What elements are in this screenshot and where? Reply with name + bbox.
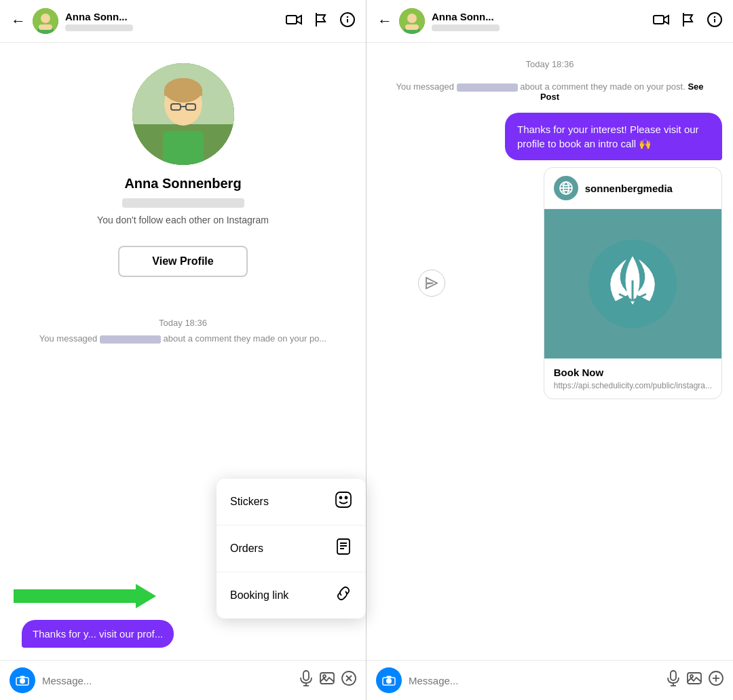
left-header-avatar[interactable] xyxy=(33,8,58,34)
right-mic-icon[interactable] xyxy=(666,670,680,690)
arrow-shaft xyxy=(14,589,136,603)
svg-rect-40 xyxy=(654,16,664,24)
right-back-button[interactable]: ← xyxy=(377,12,392,30)
profile-follow-text: You don't follow each other on Instagram xyxy=(97,215,269,225)
svg-rect-22 xyxy=(337,539,350,554)
right-time-separator: Today 18:36 xyxy=(377,59,722,69)
svg-point-21 xyxy=(345,497,347,499)
right-msg-notification: You messaged about a comment they made o… xyxy=(377,81,722,102)
svg-rect-58 xyxy=(688,673,701,684)
popup-menu: Stickers Orders xyxy=(217,479,366,619)
svg-rect-19 xyxy=(336,492,351,507)
svg-point-8 xyxy=(347,16,348,17)
booking-link-icon xyxy=(335,585,352,606)
avatar-image xyxy=(33,8,58,34)
left-camera-button[interactable] xyxy=(10,667,35,693)
svg-rect-55 xyxy=(671,671,676,680)
left-message-input[interactable] xyxy=(42,675,293,686)
left-back-button[interactable]: ← xyxy=(11,12,26,30)
left-bottom-bar xyxy=(0,660,366,700)
svg-point-26 xyxy=(20,678,25,684)
link-card-image xyxy=(544,209,721,358)
right-info-icon[interactable] xyxy=(707,12,722,31)
link-preview-card[interactable]: sonnenbergmedia xyxy=(544,167,722,399)
profile-name: Anna Sonnenberg xyxy=(124,176,241,191)
svg-rect-28 xyxy=(303,671,309,680)
svg-rect-18 xyxy=(163,131,204,165)
left-mic-icon[interactable] xyxy=(299,670,313,690)
left-video-icon[interactable] xyxy=(286,14,302,29)
left-status-bar xyxy=(65,24,133,31)
right-blurred-username xyxy=(457,84,518,92)
left-msg-notification: You messaged about a comment they made o… xyxy=(19,333,347,344)
svg-point-37 xyxy=(407,14,417,23)
right-header: ← Anna Sonn... xyxy=(366,0,733,43)
svg-point-1 xyxy=(41,14,50,23)
popup-stickers[interactable]: Stickers xyxy=(217,479,366,526)
left-header-info: Anna Sonn... xyxy=(65,11,279,31)
right-message-bubble: Thanks for your interest! Please visit o… xyxy=(505,113,722,160)
left-info-icon[interactable] xyxy=(340,12,355,31)
svg-point-59 xyxy=(690,675,693,678)
sticker-icon xyxy=(335,491,352,513)
view-profile-button[interactable]: View Profile xyxy=(118,246,247,277)
right-header-info: Anna Sonn... xyxy=(432,11,646,31)
left-flag-icon[interactable] xyxy=(314,12,328,31)
link-card-title: Book Now xyxy=(554,367,712,378)
left-close-icon[interactable] xyxy=(341,671,356,690)
link-card-url: https://api.schedulicity.com/public/inst… xyxy=(554,381,712,390)
svg-rect-4 xyxy=(286,16,297,24)
blurred-username xyxy=(100,335,161,344)
profile-avatar-large xyxy=(132,63,234,165)
right-camera-button[interactable] xyxy=(376,667,402,693)
link-card-site-name: sonnenbergmedia xyxy=(585,183,673,194)
orders-icon xyxy=(335,538,352,559)
right-image-icon[interactable] xyxy=(687,671,702,690)
link-card-icon xyxy=(554,176,578,200)
right-flag-icon[interactable] xyxy=(681,12,695,31)
svg-rect-39 xyxy=(405,24,419,30)
profile-username-blurred xyxy=(122,198,244,208)
right-add-icon[interactable] xyxy=(709,671,723,690)
svg-rect-3 xyxy=(39,24,52,30)
svg-point-20 xyxy=(340,497,342,499)
right-contact-name: Anna Sonn... xyxy=(432,11,646,22)
left-panel: ← Anna Sonn... xyxy=(0,0,366,700)
svg-point-53 xyxy=(386,678,392,684)
svg-marker-45 xyxy=(426,278,437,289)
right-chat-content: Today 18:36 You messaged about a comment… xyxy=(366,43,733,660)
popup-orders[interactable]: Orders xyxy=(217,526,366,572)
left-time-separator: Today 18:36 xyxy=(0,318,366,328)
right-panel: ← Anna Sonn... xyxy=(366,0,733,700)
send-button[interactable] xyxy=(418,270,445,297)
popup-booking-link[interactable]: Booking link xyxy=(217,572,366,619)
left-header-icons xyxy=(286,12,355,31)
svg-marker-41 xyxy=(664,16,669,24)
right-header-icons xyxy=(653,12,722,31)
left-bottom-area: Thanks for y... visit our prof... Sticke… xyxy=(0,620,366,700)
left-image-icon[interactable] xyxy=(320,671,335,690)
svg-rect-14 xyxy=(164,89,202,96)
left-header: ← Anna Sonn... xyxy=(0,0,366,43)
svg-point-32 xyxy=(323,675,326,678)
right-bottom-bar xyxy=(366,660,733,700)
right-avatar-image xyxy=(399,8,425,34)
link-card-header: sonnenbergmedia xyxy=(544,168,721,209)
link-card-footer: Book Now https://api.schedulicity.com/pu… xyxy=(544,358,721,399)
green-arrow xyxy=(14,584,156,608)
svg-rect-31 xyxy=(320,673,334,684)
svg-point-44 xyxy=(715,16,715,17)
right-message-input[interactable] xyxy=(409,675,660,686)
right-header-avatar[interactable] xyxy=(399,8,425,34)
right-video-icon[interactable] xyxy=(653,14,669,29)
left-message-bubble: Thanks for y... visit our prof... xyxy=(22,620,174,648)
green-arrow-visual xyxy=(14,584,156,608)
svg-marker-5 xyxy=(297,16,301,24)
right-status-bar xyxy=(432,24,500,31)
arrow-head xyxy=(136,584,156,608)
left-contact-name: Anna Sonn... xyxy=(65,11,279,22)
